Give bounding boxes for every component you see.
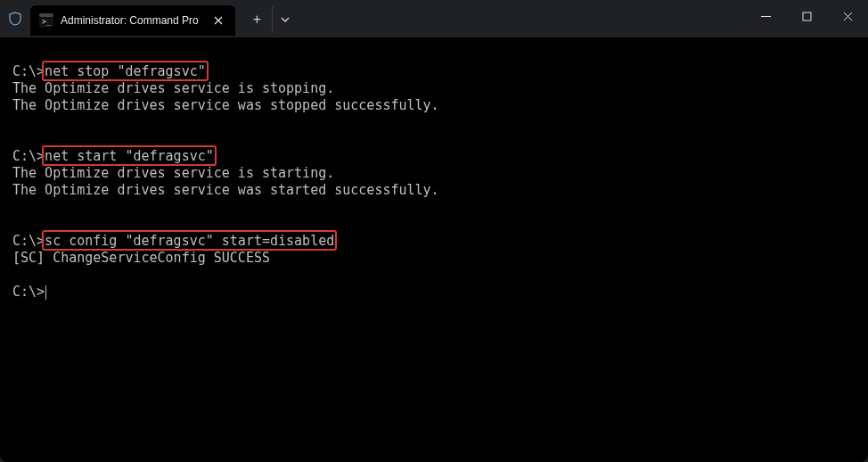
terminal-line: The Optimize drives service is stopping. bbox=[12, 80, 863, 97]
new-tab-button[interactable]: + bbox=[242, 6, 273, 33]
terminal-line bbox=[12, 46, 863, 63]
svg-rect-3 bbox=[803, 12, 811, 21]
terminal-line bbox=[12, 114, 863, 131]
terminal-line: C:\>net start "defragsvc" bbox=[12, 148, 863, 165]
tab-dropdown-button[interactable] bbox=[273, 6, 298, 33]
tab-title: Administrator: Command Pro bbox=[61, 14, 210, 27]
plus-icon: + bbox=[253, 12, 261, 28]
terminal-line bbox=[12, 267, 863, 284]
terminal-line: C:\>net stop "defragsvc" bbox=[12, 63, 863, 80]
terminal-line bbox=[12, 131, 863, 148]
maximize-icon bbox=[802, 12, 812, 21]
active-tab[interactable]: >_ Administrator: Command Pro bbox=[30, 5, 235, 36]
terminal-pane[interactable]: C:\>net stop "defragsvc"The Optimize dri… bbox=[0, 37, 868, 462]
terminal-line: The Optimize drives service was stopped … bbox=[12, 97, 863, 114]
maximize-button[interactable] bbox=[786, 0, 827, 32]
cmd-prompt-icon: >_ bbox=[39, 13, 53, 28]
svg-text:>_: >_ bbox=[42, 18, 51, 26]
svg-rect-1 bbox=[39, 13, 53, 17]
cursor bbox=[45, 285, 46, 300]
terminal-line: C:\> bbox=[12, 284, 863, 301]
terminal-line: The Optimize drives service was started … bbox=[12, 182, 863, 199]
tab-close-button[interactable] bbox=[210, 12, 226, 29]
terminal-line: [SC] ChangeServiceConfig SUCCESS bbox=[12, 250, 863, 267]
window-controls bbox=[745, 0, 868, 32]
terminal-line bbox=[12, 199, 863, 216]
chevron-down-icon bbox=[281, 15, 290, 24]
terminal-line: C:\>sc config "defragsvc" start=disabled bbox=[12, 233, 863, 250]
minimize-button[interactable] bbox=[745, 0, 786, 32]
close-window-button[interactable] bbox=[827, 0, 868, 32]
terminal-line: The Optimize drives service is starting. bbox=[12, 165, 863, 182]
close-icon bbox=[843, 12, 853, 21]
minimize-icon bbox=[761, 12, 771, 21]
titlebar: >_ Administrator: Command Pro + bbox=[0, 0, 868, 37]
shield-icon bbox=[0, 0, 30, 37]
terminal-line bbox=[12, 216, 863, 233]
